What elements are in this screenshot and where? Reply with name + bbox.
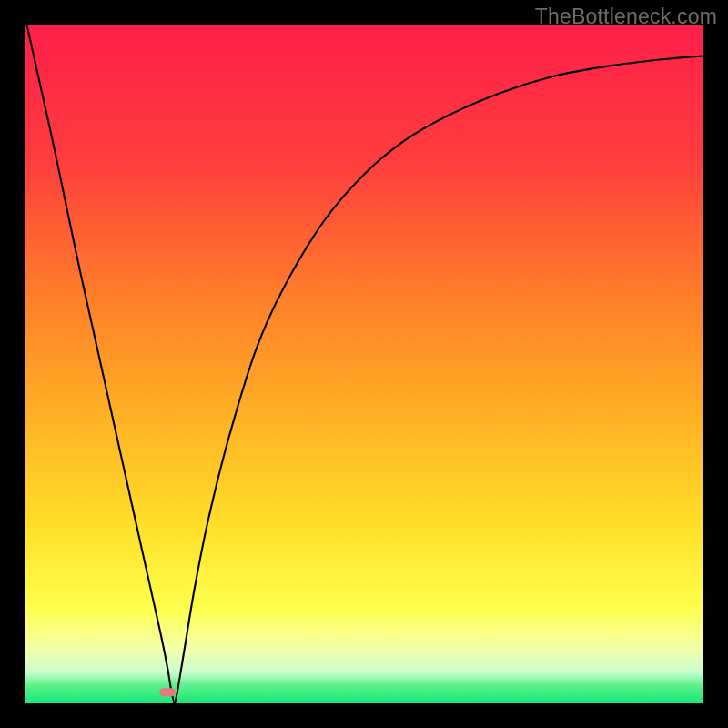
watermark-text: TheBottleneck.com	[535, 5, 717, 29]
svg-rect-0	[159, 688, 176, 696]
gradient-background	[25, 25, 703, 703]
bottleneck-chart	[25, 25, 703, 703]
chart-frame	[25, 25, 703, 703]
optimal-point-marker	[159, 688, 176, 696]
